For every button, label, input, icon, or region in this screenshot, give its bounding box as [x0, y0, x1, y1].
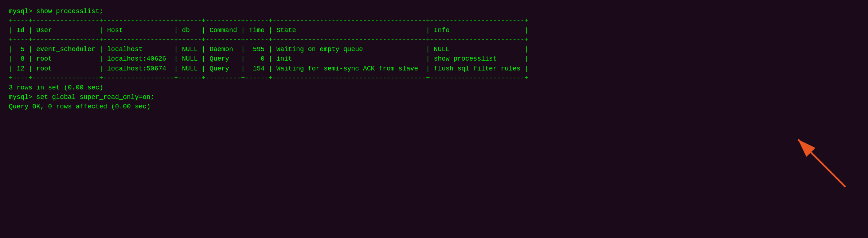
separator-1: +----+-----------------+----------------… — [9, 16, 859, 26]
terminal: mysql> show processlist; +----+---------… — [9, 7, 859, 231]
separator-2: +----+-----------------+----------------… — [9, 35, 859, 45]
separator-3: +----+-----------------+----------------… — [9, 73, 859, 83]
result-count: 3 rows in set (0.00 sec) — [9, 83, 859, 92]
command-line-2: mysql> set global super_read_only=on; — [9, 92, 859, 102]
table-header: | Id | User | Host | db | Command | Time… — [9, 26, 859, 35]
table-row-2: | 8 | root | localhost:40626 | NULL | Qu… — [9, 54, 859, 64]
table-row-3: | 12 | root | localhost:50674 | NULL | Q… — [9, 64, 859, 73]
command-line-1: mysql> show processlist; — [9, 7, 859, 16]
table-row-1: | 5 | event_scheduler | localhost | NULL… — [9, 45, 859, 54]
query-ok: Query OK, 0 rows affected (0.00 sec) — [9, 102, 859, 111]
annotation-arrow — [787, 132, 853, 191]
svg-line-1 — [798, 139, 845, 187]
